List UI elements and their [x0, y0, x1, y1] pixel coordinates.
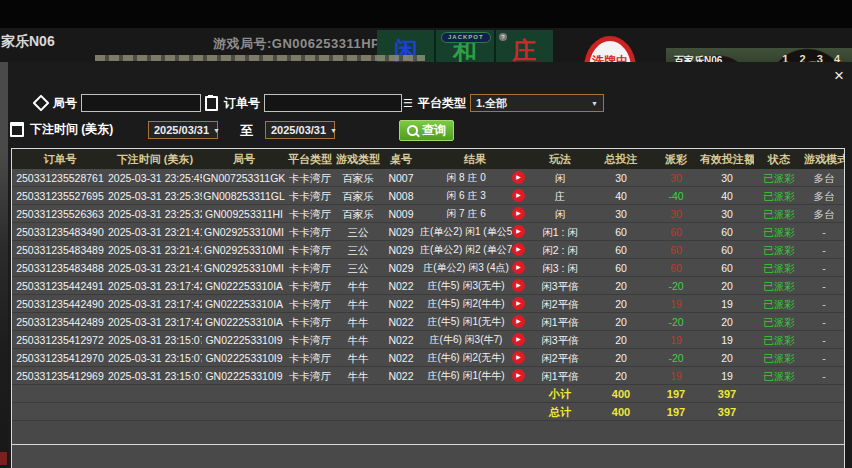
col-bet-time: 下注时间 (美东): [108, 149, 202, 169]
bet-time: 2025-03-31 23:25:39: [108, 187, 202, 204]
table-row: 2503312354424912025-03-31 23:17:42GN0222…: [12, 277, 844, 295]
order-id: 250331235526363: [12, 205, 108, 222]
table-no: N029: [382, 241, 420, 258]
chevron-down-icon: ▼: [591, 100, 598, 107]
table-no: N022: [382, 367, 420, 384]
play-type: 闲1平倍: [530, 313, 590, 330]
table-no: N007: [382, 169, 420, 186]
round-id: GN009253311HI: [202, 205, 286, 222]
payout: 19: [652, 331, 700, 348]
game-mode: -: [804, 331, 844, 348]
result-text: 庄(单公2) 闲3 (4点): [420, 259, 512, 276]
list-icon: ☰: [403, 98, 413, 109]
subtotal-row: 小计 400 197 397: [12, 385, 844, 403]
status-badge: 已派彩: [754, 295, 804, 312]
table-no: N022: [382, 349, 420, 366]
close-icon[interactable]: ×: [834, 68, 844, 84]
bet-time: 2025-03-31 23:21:41: [108, 259, 202, 276]
play-type: 闲1平倍: [530, 367, 590, 384]
status-badge: 已派彩: [754, 313, 804, 330]
game-mode: -: [804, 349, 844, 366]
total-bet: 40: [590, 187, 652, 204]
table-row: 2503312354834902025-03-31 23:21:41GN0292…: [12, 223, 844, 241]
replay-button[interactable]: ▶: [512, 261, 525, 274]
date-from-value: 2025/03/31: [154, 124, 209, 136]
table-no: N029: [382, 223, 420, 240]
result-text: 闲 6 庄 3: [420, 187, 512, 204]
table-row: 2503312355263632025-03-31 23:25:32GN0092…: [12, 205, 844, 223]
valid-bet: 19: [700, 331, 754, 348]
total-bet: 60: [590, 241, 652, 258]
play-type: 闲2平倍: [530, 349, 590, 366]
game-type: 牛牛: [334, 349, 382, 366]
total-bet: 20: [590, 331, 652, 348]
table-body: 2503312355287612025-03-31 23:25:45GN0072…: [12, 169, 844, 385]
valid-bet: 30: [700, 169, 754, 186]
col-result: 结果: [420, 149, 530, 169]
status-badge: 已派彩: [754, 367, 804, 384]
replay-button[interactable]: ▶: [512, 315, 525, 328]
replay-button[interactable]: ▶: [512, 333, 525, 346]
replay-button[interactable]: ▶: [512, 243, 525, 256]
replay-button[interactable]: ▶: [512, 279, 525, 292]
game-mode: -: [804, 241, 844, 258]
payout: 19: [652, 367, 700, 384]
game-mode: -: [804, 223, 844, 240]
game-type: 三公: [334, 241, 382, 258]
payout: 60: [652, 259, 700, 276]
bet-time-filter-label: 下注时间 (美东): [30, 121, 113, 138]
replay-button[interactable]: ▶: [512, 171, 525, 184]
valid-bet: 20: [700, 277, 754, 294]
result-text: 庄(牛6) 闲1(牛牛): [420, 367, 512, 384]
table-row: 2503312355276952025-03-31 23:25:39GN0082…: [12, 187, 844, 205]
replay-button[interactable]: ▶: [512, 297, 525, 310]
order-filter-label: 订单号: [224, 95, 260, 112]
date-from-select[interactable]: 2025/03/31 ▼: [148, 121, 218, 139]
table-no: N009: [382, 205, 420, 222]
payout: 30: [652, 205, 700, 222]
replay-button[interactable]: ▶: [512, 189, 525, 202]
platform-select[interactable]: 1.全部 ▼: [470, 94, 604, 112]
bet-time: 2025-03-31 23:17:42: [108, 295, 202, 312]
replay-button[interactable]: ▶: [512, 369, 525, 382]
date-to-select[interactable]: 2025/03/31 ▼: [265, 121, 335, 139]
valid-bet: 19: [700, 367, 754, 384]
table-no: N022: [382, 295, 420, 312]
order-id: 250331235442490: [12, 295, 108, 312]
search-button-label: 查询: [422, 122, 446, 139]
platform: 卡卡湾厅: [286, 241, 334, 258]
search-button[interactable]: 查询: [399, 120, 454, 141]
replay-button[interactable]: ▶: [512, 207, 525, 220]
status-badge: 已派彩: [754, 277, 804, 294]
platform: 卡卡湾厅: [286, 349, 334, 366]
col-game-mode: 游戏模式: [804, 149, 844, 169]
jackpot-help-icon[interactable]: ?: [499, 33, 507, 41]
status-badge: 已派彩: [754, 205, 804, 222]
result-cell: 庄(单公2) 闲2 (单公7)▶: [420, 241, 530, 258]
table-row: 2503312354129722025-03-31 23:15:07GN0222…: [12, 331, 844, 349]
background-edge: [0, 62, 8, 468]
total-bet: 20: [590, 277, 652, 294]
replay-button[interactable]: ▶: [512, 225, 525, 238]
total-bet: 30: [590, 169, 652, 186]
order-input[interactable]: [264, 94, 402, 112]
status-badge: 已派彩: [754, 349, 804, 366]
play-type: 闲1 : 闲: [530, 223, 590, 240]
jackpot-badge: JACKPOT: [441, 32, 491, 43]
order-id: 250331235483488: [12, 259, 108, 276]
round-id: GN022253310I9: [202, 367, 286, 384]
bet-time: 2025-03-31 23:21:41: [108, 241, 202, 258]
chevron-down-icon: ▼: [213, 127, 220, 134]
result-cell: 庄(牛5) 闲2(牛牛)▶: [420, 295, 530, 312]
game-mode: 多台: [804, 187, 844, 204]
total-bet: 20: [590, 367, 652, 384]
result-text: 庄(牛5) 闲2(牛牛): [420, 295, 512, 312]
round-input[interactable]: [81, 94, 201, 112]
bet-time: 2025-03-31 23:17:42: [108, 277, 202, 294]
platform: 卡卡湾厅: [286, 331, 334, 348]
status-badge: 已派彩: [754, 259, 804, 276]
replay-button[interactable]: ▶: [512, 351, 525, 364]
result-cell: 闲 8 庄 0▶: [420, 169, 530, 186]
game-type: 牛牛: [334, 313, 382, 330]
date-to-value: 2025/03/31: [271, 124, 326, 136]
